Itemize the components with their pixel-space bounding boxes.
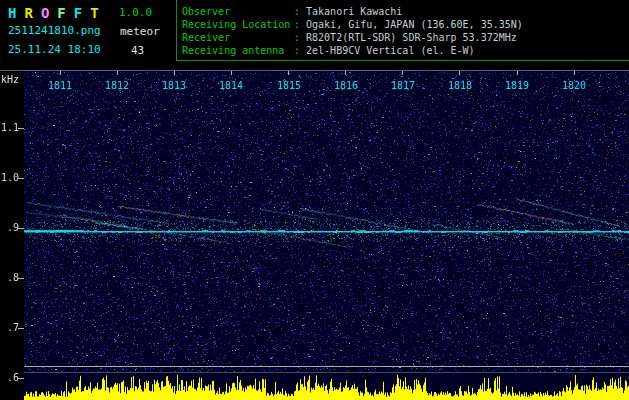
observer-info-panel: Observer : Takanori Kawachi Receiving Lo…	[176, 0, 629, 61]
app-title-letter: T	[90, 5, 98, 21]
app-version: 1.0.0	[119, 6, 152, 19]
observation-datetime: 25.11.24 18:10	[8, 43, 101, 56]
observation-mode-label: meteor	[120, 25, 160, 38]
info-separator: :	[294, 44, 300, 57]
info-separator: :	[294, 31, 300, 44]
app-title: HROFFT	[8, 3, 107, 22]
info-separator: :	[294, 18, 300, 31]
info-value: R820T2(RTL-SDR) SDR-Sharp 53.372MHz	[306, 31, 517, 44]
app-title-letter: R	[24, 5, 32, 21]
info-label: Receiver	[182, 31, 294, 44]
hrofft-output-window: HROFFT 1.0.0 2511241810.png meteor 25.11…	[0, 0, 629, 400]
info-row-observer: Observer : Takanori Kawachi	[182, 5, 629, 18]
app-title-letter: H	[8, 5, 16, 21]
output-filename: 2511241810.png	[8, 24, 101, 37]
info-value: Takanori Kawachi	[306, 5, 402, 18]
app-title-letter: F	[57, 5, 65, 21]
info-label: Observer	[182, 5, 294, 18]
info-label: Receiving Location	[182, 18, 294, 31]
echo-count: 43	[131, 44, 144, 57]
app-title-letter: O	[41, 5, 49, 21]
info-row-antenna: Receiving antenna : 2el-HB9CV Vertical (…	[182, 44, 629, 57]
info-value: 2el-HB9CV Vertical (el. E-W)	[306, 44, 475, 57]
info-row-location: Receiving Location : Ogaki, Gifu, JAPAN …	[182, 18, 629, 31]
header-bar: HROFFT 1.0.0 2511241810.png meteor 25.11…	[0, 0, 629, 70]
info-value: Ogaki, Gifu, JAPAN (136.60E, 35.35N)	[306, 18, 523, 31]
info-separator: :	[294, 5, 300, 18]
app-title-letter: F	[74, 5, 82, 21]
info-row-receiver: Receiver : R820T2(RTL-SDR) SDR-Sharp 53.…	[182, 31, 629, 44]
info-label: Receiving antenna	[182, 44, 294, 57]
